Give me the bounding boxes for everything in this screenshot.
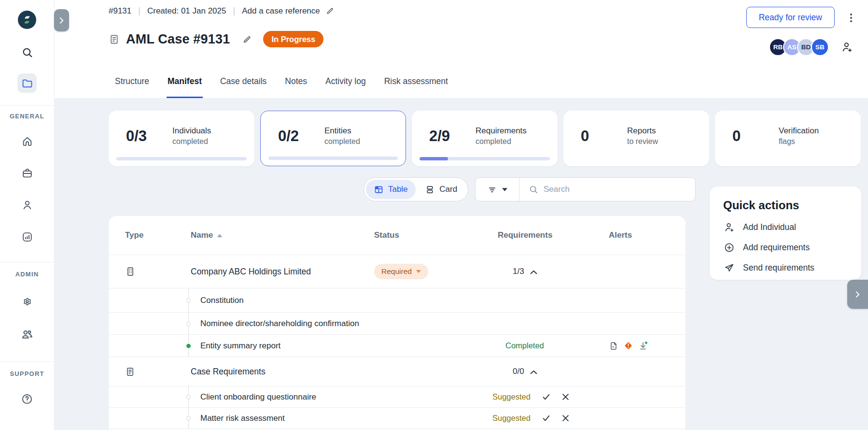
send-icon (724, 262, 735, 273)
sidebar-search-button[interactable] (17, 43, 37, 62)
sidebar-item-help[interactable] (17, 389, 37, 409)
stat-sublabel: completed (324, 136, 360, 147)
quick-actions-panel: Quick actions Add Individual Add require… (710, 186, 861, 280)
table-row-requirement: Constitution (109, 288, 686, 313)
view-toggle-table[interactable]: Table (366, 180, 416, 199)
more-options-button[interactable] (846, 12, 856, 24)
meta-separator: | (138, 6, 140, 16)
card-view-icon (425, 185, 435, 195)
stat-sublabel: completed (476, 136, 527, 147)
status-dropdown-required[interactable]: Required (374, 264, 428, 279)
sidebar-divider (0, 105, 55, 106)
warning-icon[interactable] (624, 341, 633, 350)
pencil-icon (326, 7, 334, 15)
sidebar-item-matters[interactable] (17, 163, 37, 183)
pending-bullet (186, 298, 191, 302)
avatar[interactable]: SB (811, 38, 829, 56)
stat-label: Reports (627, 125, 658, 136)
view-toggle-card[interactable]: Card (417, 180, 466, 199)
dismiss-suggestion-button[interactable] (562, 393, 569, 401)
sidebar-item-home[interactable] (17, 131, 37, 151)
sidebar-item-settings[interactable] (17, 292, 37, 311)
stat-value: 0/3 (126, 128, 160, 145)
case-meta: #9131 | Created: 01 Jan 2025 | Add a cas… (109, 6, 334, 16)
stat-card-entities[interactable]: 0/2 Entities completed (260, 111, 406, 166)
stat-label: Verification (779, 125, 819, 136)
requirement-name: Nominee director/shareholding confirmati… (200, 319, 359, 329)
pending-bullet (186, 321, 191, 326)
filter-button[interactable] (476, 178, 519, 201)
add-case-reference[interactable]: Add a case reference (242, 6, 334, 16)
progress-bar (116, 157, 247, 160)
quick-action-add-requirements[interactable]: Add requirements (723, 242, 848, 253)
panel-collapse-handle[interactable] (847, 280, 868, 309)
filter-search-group (475, 177, 696, 201)
stat-value: 0/2 (278, 128, 312, 145)
case-tabs: Structure Manifest Case details Notes Ac… (114, 76, 449, 98)
stat-cards: 0/3 Individuals completed 0/2 Entities c… (109, 111, 861, 166)
sidebar: GENERAL ADMIN SUPPORT (0, 0, 55, 430)
sidebar-expand-handle[interactable] (54, 9, 69, 31)
sort-asc-icon (217, 234, 222, 237)
sidebar-item-contacts[interactable] (17, 195, 37, 215)
requirement-status-suggested: Suggested (492, 392, 531, 401)
requirement-name: Constitution (200, 296, 244, 305)
list-toolbar: Table Card (364, 177, 696, 201)
table-row-requirement: Matter risk assessment Suggested (109, 408, 686, 429)
table-row-requirement: Nominee director/shareholding confirmati… (109, 313, 686, 335)
tab-manifest[interactable]: Manifest (167, 76, 203, 98)
collapse-row-button[interactable] (530, 370, 537, 374)
tab-case-details[interactable]: Case details (219, 76, 267, 98)
accept-suggestion-button[interactable] (542, 393, 550, 401)
requirements-count: 0/0 (513, 367, 524, 376)
sidebar-item-users[interactable] (17, 325, 37, 344)
dismiss-suggestion-button[interactable] (562, 415, 569, 422)
group-name: Case Requirements (186, 367, 374, 377)
requirement-name: Matter risk assessment (200, 414, 285, 423)
stat-card-requirements[interactable]: 2/9 Requirements completed (412, 111, 558, 166)
tab-activity-log[interactable]: Activity log (324, 76, 367, 98)
ready-for-review-button[interactable]: Ready for review (746, 7, 835, 28)
sidebar-divider (0, 361, 55, 362)
manifest-table: Type Name Status Requirements Alerts Com… (109, 216, 686, 430)
tab-structure[interactable]: Structure (114, 76, 150, 98)
stat-value: 0 (732, 128, 766, 145)
stat-card-reports[interactable]: 0 Reports to review (563, 111, 709, 166)
quick-action-send-requirements[interactable]: Send requirements (723, 262, 848, 273)
download-new-icon[interactable] (638, 341, 648, 351)
requirement-name: Entity summary report (200, 341, 280, 351)
sidebar-section-admin: ADMIN (15, 271, 39, 278)
column-header-name[interactable]: Name (186, 230, 374, 240)
stat-sublabel: to review (627, 136, 658, 147)
tab-notes[interactable]: Notes (284, 76, 308, 98)
briefcase-icon (21, 167, 33, 179)
stat-card-verification[interactable]: 0 Verification flags (715, 111, 861, 166)
building-icon (125, 266, 136, 277)
quick-action-add-individual[interactable]: Add Individual (723, 222, 848, 233)
table-row-requirement: Client onboarding questionnaire Suggeste… (109, 387, 686, 408)
table-view-icon (374, 185, 384, 195)
edit-title-button[interactable] (242, 35, 252, 44)
requirement-status-completed: Completed (492, 341, 544, 350)
pending-bullet (186, 395, 191, 399)
chart-icon (21, 231, 33, 243)
stat-label: Entities (324, 125, 360, 136)
stat-card-individuals[interactable]: 0/3 Individuals completed (109, 111, 254, 166)
person-plus-icon (841, 41, 853, 53)
tab-risk-assessment[interactable]: Risk assessment (383, 76, 449, 98)
stat-label: Requirements (476, 125, 527, 136)
quick-actions-title: Quick actions (723, 198, 848, 213)
report-icon[interactable] (609, 341, 618, 351)
column-header-alerts: Alerts (603, 230, 686, 240)
app-logo[interactable] (18, 11, 36, 29)
add-assignee-button[interactable] (841, 41, 853, 53)
accept-suggestion-button[interactable] (542, 414, 550, 422)
sidebar-item-reports[interactable] (17, 227, 37, 246)
collapse-row-button[interactable] (530, 270, 537, 274)
search-input[interactable] (544, 185, 695, 194)
logo-icon (18, 11, 36, 29)
table-row-case-group: Case Requirements 0/0 (109, 357, 686, 387)
sidebar-item-cases[interactable] (17, 73, 37, 93)
sidebar-divider (0, 262, 55, 262)
stat-sublabel: completed (172, 136, 211, 147)
